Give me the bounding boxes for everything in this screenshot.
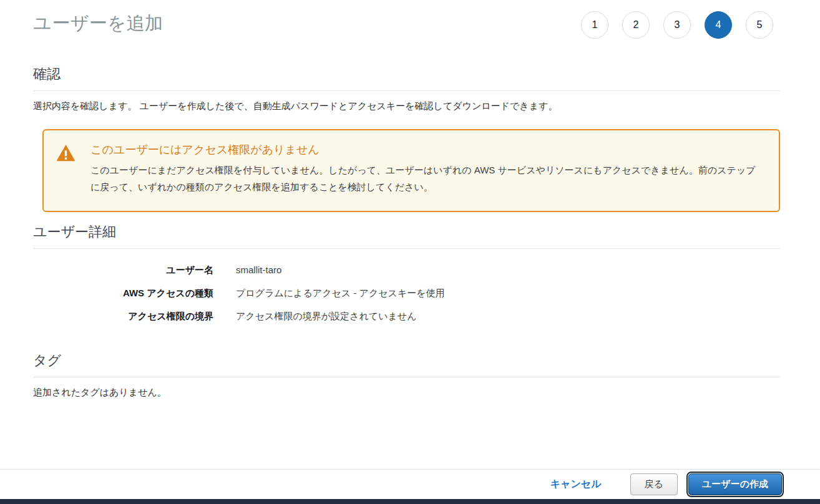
cancel-link[interactable]: キャンセル (550, 478, 602, 491)
wizard-step-5: 5 (746, 11, 773, 39)
tags-section: タグ 追加されたタグはありません。 (33, 351, 780, 400)
warning-content: このユーザーにはアクセス権限がありません このユーザーにまだアクセス権限を付与し… (90, 142, 763, 196)
detail-value: プログラムによるアクセス - アクセスキーを使用 (236, 286, 445, 299)
no-permissions-warning: このユーザーにはアクセス権限がありません このユーザーにまだアクセス権限を付与し… (42, 129, 780, 213)
detail-label: AWS アクセスの種類 (33, 286, 213, 299)
warning-triangle-icon (56, 144, 76, 162)
wizard-step-2: 2 (622, 11, 650, 39)
detail-label: ユーザー名 (33, 263, 213, 276)
confirm-heading: 確認 (33, 65, 780, 91)
detail-row-access-type: AWS アクセスの種類 プログラムによるアクセス - アクセスキーを使用 (33, 286, 780, 299)
wizard-header: ユーザーを追加 1 2 3 4 5 (33, 10, 780, 39)
wizard-footer: キャンセル 戻る ユーザーの作成 (0, 469, 820, 504)
user-details-list: ユーザー名 smallit-taro AWS アクセスの種類 プログラムによるア… (33, 263, 780, 322)
tags-empty-message: 追加されたタグはありません。 (33, 385, 780, 400)
user-details-heading: ユーザー詳細 (33, 223, 780, 249)
back-button[interactable]: 戻る (630, 473, 678, 495)
add-user-wizard-page: ユーザーを追加 1 2 3 4 5 確認 選択内容を確認します。 ユーザーを作成… (0, 0, 820, 400)
detail-row-user-name: ユーザー名 smallit-taro (33, 263, 780, 276)
page-title: ユーザーを追加 (33, 11, 164, 36)
wizard-step-1: 1 (581, 11, 608, 39)
console-bottom-bar (0, 499, 820, 504)
detail-row-permissions-boundary: アクセス権限の境界 アクセス権限の境界が設定されていません (33, 309, 780, 322)
warning-body: このユーザーにまだアクセス権限を付与していません。したがって、ユーザーはいずれの… (90, 162, 763, 196)
detail-label: アクセス権限の境界 (33, 309, 213, 322)
footer-actions: キャンセル 戻る ユーザーの作成 (0, 469, 820, 499)
detail-value: アクセス権限の境界が設定されていません (236, 309, 417, 322)
detail-value: smallit-taro (236, 263, 281, 276)
wizard-step-indicator: 1 2 3 4 5 (581, 11, 773, 39)
tags-heading: タグ (33, 351, 780, 377)
warning-title: このユーザーにはアクセス権限がありません (90, 142, 763, 157)
confirm-section: 確認 選択内容を確認します。 ユーザーを作成した後で、自動生成パスワードとアクセ… (33, 65, 780, 114)
wizard-step-3: 3 (663, 11, 691, 39)
create-user-button[interactable]: ユーザーの作成 (688, 473, 782, 495)
wizard-step-4: 4 (705, 11, 732, 39)
confirm-description: 選択内容を確認します。 ユーザーを作成した後で、自動生成パスワードとアクセスキー… (33, 99, 780, 114)
user-details-section: ユーザー詳細 ユーザー名 smallit-taro AWS アクセスの種類 プロ… (33, 223, 780, 322)
